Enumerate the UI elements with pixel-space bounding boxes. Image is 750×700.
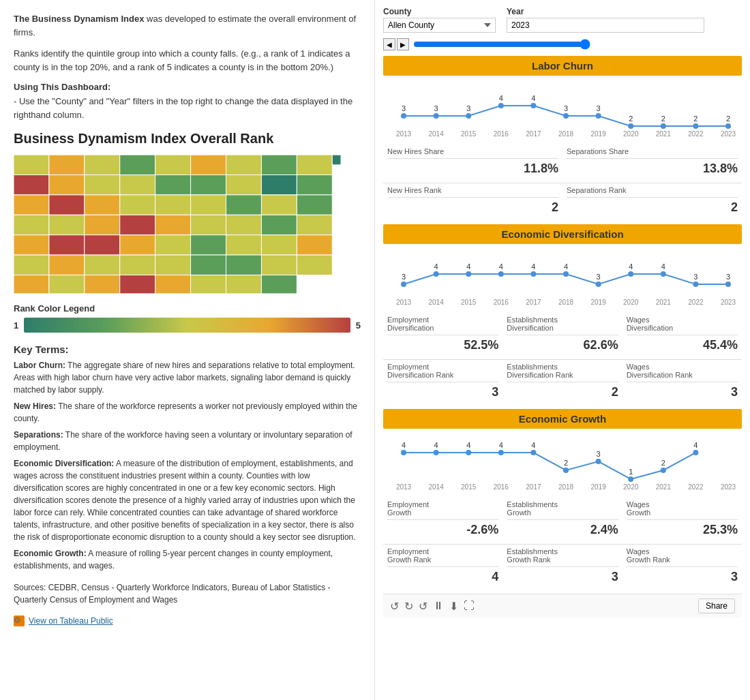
svg-point-65 [434,113,439,119]
svg-text:4: 4 [531,94,535,102]
svg-text:2021: 2021 [656,299,672,306]
term-def-new-hires: The share of the workforce represents a … [14,401,357,423]
legend-min: 1 [14,320,18,331]
svg-rect-25 [261,195,297,215]
svg-text:2015: 2015 [461,299,477,306]
term-def-eco-div: A measure of the distribution of employm… [14,459,356,542]
county-select[interactable]: Allen County [383,18,496,33]
emp-div-col: EmploymentDiversification 52.5% [383,313,502,355]
separations-share-label: Separations Share [567,147,738,155]
eco-growth-chart: .eg-line{fill:none;stroke:#4a90d9;stroke… [383,431,742,495]
wages-div-col: WagesDiversification 45.4% [622,313,742,355]
term-name-eco-growth: Economic Growth: [14,549,87,558]
svg-point-130 [401,450,406,455]
bottom-icons: ↺ ↻ ↺ ⏸ ⬇ ⛶ [390,600,475,613]
svg-rect-34 [261,215,297,234]
svg-rect-1 [49,155,85,174]
svg-text:2: 2 [564,459,568,467]
emp-growth-label: EmploymentGrowth [387,500,498,517]
year-slider[interactable] [413,39,590,50]
svg-text:2022: 2022 [688,483,704,491]
svg-rect-15 [226,175,262,195]
svg-rect-9 [14,175,49,195]
svg-point-69 [563,113,569,119]
svg-text:3: 3 [466,104,470,112]
svg-text:2019: 2019 [590,483,606,491]
download-btn[interactable]: ⬇ [449,600,458,613]
eco-growth-header: Economic Growth [383,409,742,429]
svg-text:3: 3 [564,104,568,112]
term-name-labor-churn: Labor Churn: [14,361,65,370]
svg-text:3: 3 [434,104,438,112]
svg-text:2017: 2017 [526,299,541,306]
svg-rect-44 [297,235,332,255]
emp-div-rank-label: EmploymentDiversification Rank [387,363,498,379]
svg-text:3: 3 [402,273,406,281]
svg-text:4: 4 [499,262,503,271]
undo-btn[interactable]: ↺ [390,600,399,613]
svg-rect-22 [155,195,191,215]
pause-btn[interactable]: ⏸ [433,600,444,612]
svg-text:4: 4 [434,262,438,271]
svg-point-68 [530,103,536,108]
svg-rect-54 [14,275,49,293]
est-div-col: EstablishmentsDiversification 62.6% [502,313,622,355]
svg-text:2019: 2019 [590,130,606,138]
svg-rect-51 [226,255,262,275]
svg-rect-23 [191,195,226,215]
slider-controls[interactable]: ◀ ▶ [383,38,409,50]
svg-rect-58 [155,275,191,293]
svg-point-72 [661,123,666,129]
svg-text:2013: 2013 [396,130,412,138]
year-slider-row: ◀ ▶ [383,38,742,50]
emp-growth-rank-label: EmploymentGrowth Rank [387,547,498,564]
eco-div-metrics: EmploymentDiversification 52.5% Establis… [383,313,742,355]
svg-text:2016: 2016 [494,483,509,491]
svg-point-64 [401,113,406,119]
svg-text:2023: 2023 [721,483,736,491]
svg-point-138 [661,468,666,473]
svg-text:2: 2 [661,459,665,467]
svg-rect-7 [261,155,297,174]
svg-rect-49 [155,255,191,275]
svg-rect-11 [85,175,120,195]
legend-gradient-bar [24,318,350,333]
est-growth-rank-col: EstablishmentsGrowth Rank 3 [502,545,622,587]
est-div-rank-label: EstablishmentsDiversification Rank [507,363,618,379]
fullscreen-btn[interactable]: ⛶ [464,600,475,612]
svg-rect-60 [226,275,262,293]
svg-rect-53 [297,255,332,275]
est-div-rank-value: 2 [507,385,618,399]
svg-rect-59 [191,275,226,293]
share-button[interactable]: Share [698,598,735,613]
tableau-label[interactable]: View on Tableau Public [29,616,113,626]
svg-rect-5 [191,155,226,174]
svg-text:4: 4 [629,262,633,271]
svg-rect-52 [261,255,297,275]
labor-churn-ranks: New Hires Rank 2 Separations Rank 2 [383,183,742,217]
svg-rect-43 [261,235,297,255]
svg-text:2021: 2021 [656,130,672,138]
slider-fwd-btn[interactable]: ▶ [397,38,409,50]
svg-point-74 [725,123,731,129]
svg-rect-41 [191,235,226,255]
key-terms-title: Key Terms: [14,344,361,355]
tableau-footer[interactable]: ⚙ View on Tableau Public [14,615,361,626]
reset-btn[interactable]: ↺ [419,600,427,613]
emp-growth-col: EmploymentGrowth -2.6% [383,498,502,540]
svg-rect-17 [297,175,332,195]
eco-growth-ranks: EmploymentGrowth Rank 4 EstablishmentsGr… [383,544,742,587]
svg-rect-4 [155,155,191,174]
svg-text:4: 4 [499,441,503,449]
svg-text:4: 4 [531,441,535,449]
svg-point-67 [498,103,504,108]
term-name-new-hires: New Hires: [14,401,56,411]
slider-back-btn[interactable]: ◀ [383,38,395,50]
year-input[interactable] [507,18,704,33]
redo-btn[interactable]: ↻ [404,600,413,613]
new-hires-share-value: 11.8% [387,162,558,176]
est-div-label: EstablishmentsDiversification [507,316,618,332]
svg-point-99 [466,271,471,277]
emp-growth-rank-value: 4 [387,570,498,584]
svg-point-71 [628,123,633,129]
